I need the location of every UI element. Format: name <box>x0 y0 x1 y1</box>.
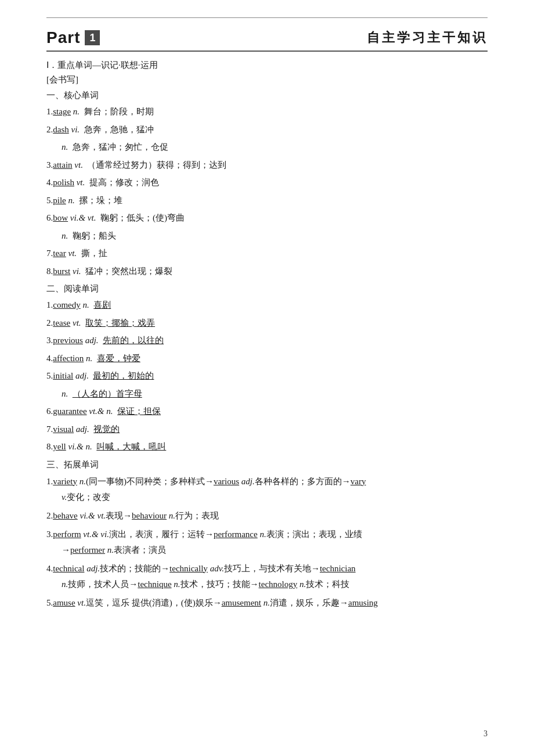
expand-item-3: 3.perform vt.& vi.演出，表演，履行；运转→performanc… <box>46 527 488 558</box>
word-vary: vary <box>351 477 366 486</box>
reading-item-8: 8.yell vi.& n. 叫喊，大喊，吼叫 <box>46 440 488 455</box>
vocab-item-3: 3.attain vt. （通常经过努力）获得；得到；达到 <box>46 158 488 173</box>
reading-item-5-n: n. （人名的）首字母 <box>62 387 488 402</box>
word-perform: perform <box>53 530 81 539</box>
reading-item-2: 2.tease vt. 取笑；揶揄；戏弄 <box>46 316 488 331</box>
word-attain: attain <box>53 160 72 170</box>
word-bow: bow <box>53 213 68 222</box>
page-number: 3 <box>484 729 488 739</box>
word-technically: technically <box>169 564 208 573</box>
reading-item-7: 7.visual adj. 视觉的 <box>46 422 488 437</box>
reading-item-5: 5.initial adj. 最初的，初始的 <box>46 369 488 384</box>
word-technical: technical <box>53 564 84 573</box>
part-header: Part 1 自主学习主干知识 <box>46 28 488 47</box>
reading-item-4: 4.affection n. 喜爱，钟爱 <box>46 351 488 366</box>
word-amusing: amusing <box>348 598 378 607</box>
vocab-item-6-n: n. 鞠躬；船头 <box>62 229 488 244</box>
vocab-item-4: 4.polish vt. 提高；修改；润色 <box>46 175 488 190</box>
word-affection: affection <box>53 354 84 363</box>
word-burst: burst <box>53 267 70 276</box>
word-performance: performance <box>214 530 258 539</box>
vocab-item-5: 5.pile n. 摞；垛；堆 <box>46 193 488 208</box>
word-amuse: amuse <box>53 598 75 607</box>
word-behave: behave <box>53 511 77 520</box>
part-title: 自主学习主干知识 <box>367 29 488 46</box>
vocab-item-6: 6.bow vi.& vt. 鞠躬；低头；(使)弯曲 <box>46 211 488 226</box>
word-tear: tear <box>53 249 66 258</box>
word-initial: initial <box>53 371 73 380</box>
word-technology: technology <box>259 579 298 589</box>
word-comedy: comedy <box>53 300 80 309</box>
vocab-item-8: 8.burst vi. 猛冲；突然出现；爆裂 <box>46 264 488 279</box>
part-label: Part <box>46 28 80 47</box>
expand-item-1: 1.variety n.(同一事物)不同种类；多种样式→various adj.… <box>46 474 488 505</box>
word-visual: visual <box>53 424 74 434</box>
reading-item-3: 3.previous adj. 先前的，以往的 <box>46 333 488 348</box>
word-tease: tease <box>53 318 70 327</box>
word-technique: technique <box>138 579 171 589</box>
word-previous: previous <box>53 336 83 345</box>
reading-item-6: 6.guarantee vt.& n. 保证；担保 <box>46 404 488 419</box>
word-yell: yell <box>53 442 66 451</box>
word-various: various <box>214 477 239 486</box>
group2-title: 二、阅读单词 <box>46 283 488 294</box>
word-performer: performer <box>70 545 105 555</box>
vocab-item-2-n: n. 急奔，猛冲；匆忙，仓促 <box>62 140 488 155</box>
reading-item-1: 1.comedy n. 喜剧 <box>46 298 488 313</box>
expand-item-4: 4.technical adj.技术的；技能的→technically adv.… <box>46 561 488 592</box>
part-number-box: 1 <box>85 30 100 45</box>
vocab-item-1: 1.stage n. 舞台；阶段，时期 <box>46 105 488 120</box>
group3-title: 三、拓展单词 <box>46 459 488 470</box>
vocab-item-2: 2.dash vi. 急奔，急驰，猛冲 <box>46 123 488 138</box>
group1-title: 一、核心单词 <box>46 90 488 101</box>
header-underline <box>46 51 488 52</box>
word-stage: stage <box>53 107 71 116</box>
word-dash: dash <box>53 125 69 134</box>
subsection-label: [会书写] <box>46 74 488 85</box>
word-amusement: amusement <box>222 598 261 607</box>
word-polish: polish <box>53 178 74 187</box>
expand-item-5: 5.amuse vt.逗笑，逗乐 提供(消遣)，(使)娱乐→amusement … <box>46 595 488 611</box>
word-guarantee: guarantee <box>53 406 86 416</box>
word-behaviour: behaviour <box>132 511 167 520</box>
section-main-heading: Ⅰ．重点单词—识记·联想·运用 <box>46 60 488 71</box>
expand-item-2: 2.behave vi.& vt.表现→behaviour n.行为；表现 <box>46 508 488 524</box>
word-variety: variety <box>53 477 77 486</box>
top-divider <box>46 17 488 18</box>
word-pile: pile <box>53 196 66 205</box>
vocab-item-7: 7.tear vt. 撕，扯 <box>46 246 488 261</box>
word-technician: technician <box>320 564 356 573</box>
